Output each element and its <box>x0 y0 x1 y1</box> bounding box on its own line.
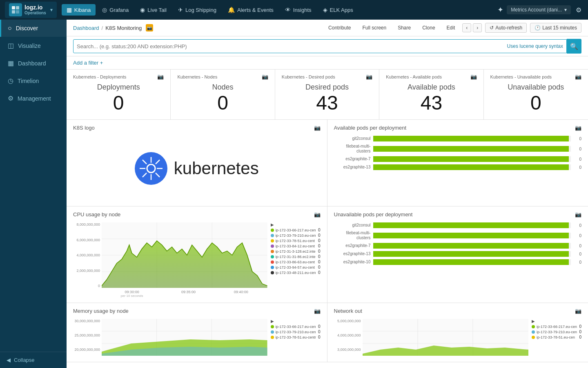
nav-kibana[interactable]: ▦ Kibana <box>62 4 96 16</box>
bar-label: git2consul <box>334 136 371 141</box>
sidebar: ○ Discover ◫ Visualize ▦ Dashboard ◷ Tim… <box>0 20 67 368</box>
camera-icon-network[interactable]: 📷 <box>575 308 581 314</box>
bar-fill <box>373 146 569 152</box>
nav-insights[interactable]: 👁 Insights <box>280 4 316 16</box>
camera-icon-unavail-pods[interactable]: 📷 <box>575 211 581 218</box>
camera-icon-desired[interactable]: 📷 <box>366 74 372 80</box>
network-dot-2 <box>532 336 535 339</box>
sidebar-label-discover: Discover <box>16 25 38 31</box>
camera-icon-k8s[interactable]: 📷 <box>314 125 321 131</box>
breadcrumb: Dashboard / K8S Monitoring 📷 <box>73 24 321 31</box>
breadcrumb-current: K8S Monitoring <box>105 25 142 31</box>
edit-button[interactable]: Edit <box>443 23 459 32</box>
memory-legend: ▶ ip-172-33-66-217.eu-cen 0 ip-172-33-79… <box>267 319 321 340</box>
dashboard-camera-badge[interactable]: 📷 <box>146 24 153 31</box>
available-pods-title: Available pods per deployment <box>334 125 407 131</box>
search-input[interactable] <box>77 43 504 49</box>
bar-label: es2graphite-7 <box>334 243 371 248</box>
sidebar-item-visualize[interactable]: ◫ Visualize <box>0 37 67 54</box>
nav-elkapps[interactable]: ◈ ELK Apps <box>318 4 358 16</box>
nav-livetail[interactable]: ◉ Live Tail <box>135 4 172 16</box>
camera-icon-deployments[interactable]: 📷 <box>157 74 164 80</box>
camera-icon-cpu[interactable]: 📷 <box>314 211 321 218</box>
legend-item-0: ip-172-33-66-217.eu-cen 0 <box>271 228 321 232</box>
bar-row: git2consul 0 <box>334 136 582 141</box>
contribute-button[interactable]: Contribute <box>324 23 355 32</box>
add-filter-bar[interactable]: Add a filter + <box>67 56 588 70</box>
camera-icon-memory[interactable]: 📷 <box>314 308 321 314</box>
nav-logshipping[interactable]: ✈ Log Shipping <box>173 4 221 16</box>
legend-dot-6 <box>271 260 274 264</box>
bar-row: es2graphite-7 0 <box>334 243 582 249</box>
notify-icon[interactable]: ✦ <box>497 5 503 14</box>
k8s-panel-header: K8S logo 📷 <box>73 125 321 131</box>
svg-rect-3 <box>16 10 19 13</box>
bar-container <box>373 233 571 238</box>
clone-button[interactable]: Clone <box>418 23 439 32</box>
bar-container <box>373 164 571 170</box>
brand-chevron: ▾ <box>50 7 53 13</box>
legend-dot-2 <box>271 239 274 242</box>
bar-fill <box>373 243 569 249</box>
bar-label: es2graphite-7 <box>334 157 371 162</box>
unavailable-pods-title: Unavailable pods per deployment <box>334 211 413 218</box>
nav-prev-button[interactable]: ‹ <box>462 23 471 32</box>
legend-item-7: ip-172-33-94-57.eu-cent 0 <box>271 265 321 269</box>
k8s-logo-panel: K8S logo 📷 <box>67 120 327 206</box>
network-legend-expand[interactable]: ▶ <box>532 319 535 323</box>
cpu-panel-title: CPU usage by node <box>73 211 120 218</box>
bar-value: 0 <box>573 233 581 238</box>
bar-fill <box>373 136 569 141</box>
k8s-panel-title: K8S logo <box>73 125 95 131</box>
brand-icon <box>9 3 22 16</box>
bar-fill <box>373 164 569 170</box>
sidebar-label-visualize: Visualize <box>18 43 41 49</box>
network-svg-container <box>363 319 529 357</box>
lucene-hint[interactable]: Uses lucene query syntax <box>507 43 563 49</box>
autorefresh-button[interactable]: ↺ Auto-refresh <box>485 23 527 33</box>
metric-deployments-title: Deployments <box>73 83 164 92</box>
sidebar-item-dashboard[interactable]: ▦ Dashboard <box>0 54 67 72</box>
legend-item-6: ip-172-33-86-63.eu-cent 0 <box>271 260 321 264</box>
share-button[interactable]: Share <box>394 23 415 32</box>
memory-legend-expand[interactable]: ▶ <box>271 319 274 323</box>
legend-item-8: ip-172-33-48-211.eu-cen 0 <box>271 270 321 275</box>
legend-dot-0 <box>271 229 274 232</box>
sidebar-item-discover[interactable]: ○ Discover <box>0 20 67 37</box>
bar-value: 0 <box>573 244 581 248</box>
bar-value: 0 <box>573 165 581 170</box>
network-legend-1: ip-172-33-79-210.eu-cen 0 <box>532 330 581 334</box>
nav-grafana[interactable]: ◎ Grafana <box>97 4 134 16</box>
bar-container <box>373 251 571 257</box>
time-range-button[interactable]: 🕐 Last 15 minutes <box>530 23 581 33</box>
brand-logo-area[interactable]: logz.io Operations ▾ <box>5 2 57 18</box>
sidebar-label-dashboard: Dashboard <box>18 60 46 67</box>
k8s-available-row: K8S logo 📷 <box>67 120 588 206</box>
legend-dot-3 <box>271 245 274 248</box>
memory-panel: Memory usage by node 📷 30,000,000,000 25… <box>67 303 327 362</box>
legend-expand-icon[interactable]: ▶ <box>271 222 274 227</box>
logshipping-icon: ✈ <box>178 7 183 13</box>
fullscreen-button[interactable]: Full screen <box>358 23 390 32</box>
account-switcher[interactable]: Metrics Account (dani... ▾ <box>507 5 571 14</box>
breadcrumb-dashboard[interactable]: Dashboard <box>73 25 99 31</box>
metric-unavailable-value: 0 <box>490 93 581 113</box>
settings-icon[interactable]: ⚙ <box>574 4 583 16</box>
available-pods-panel: Available pods per deployment 📷 git2cons… <box>327 120 588 206</box>
camera-icon-nodes[interactable]: 📷 <box>262 74 268 80</box>
sidebar-collapse[interactable]: ◀ Collapse <box>0 352 67 368</box>
memory-legend-0: ip-172-33-66-217.eu-cen 0 <box>271 324 321 329</box>
camera-icon-avail-pods[interactable]: 📷 <box>575 125 581 131</box>
camera-icon-unavailable[interactable]: 📷 <box>575 74 581 80</box>
metric-nodes: Kubernetes - Nodes 📷 Nodes 0 <box>171 70 275 119</box>
bar-row: es2graphite-13 0 <box>334 164 582 170</box>
nav-right-area: ✦ Metrics Account (dani... ▾ ⚙ <box>497 4 583 16</box>
svg-rect-0 <box>12 6 15 9</box>
search-button[interactable]: 🔍 <box>567 39 581 54</box>
camera-icon-available[interactable]: 📷 <box>470 74 477 80</box>
sidebar-item-management[interactable]: ⚙ Management <box>0 90 67 107</box>
nav-alerts[interactable]: 🔔 Alerts & Events <box>223 4 278 16</box>
bar-row: filebeat-multi-clusters 0 <box>334 144 582 154</box>
sidebar-item-timelion[interactable]: ◷ Timelion <box>0 72 67 90</box>
nav-next-button[interactable]: › <box>473 23 482 32</box>
